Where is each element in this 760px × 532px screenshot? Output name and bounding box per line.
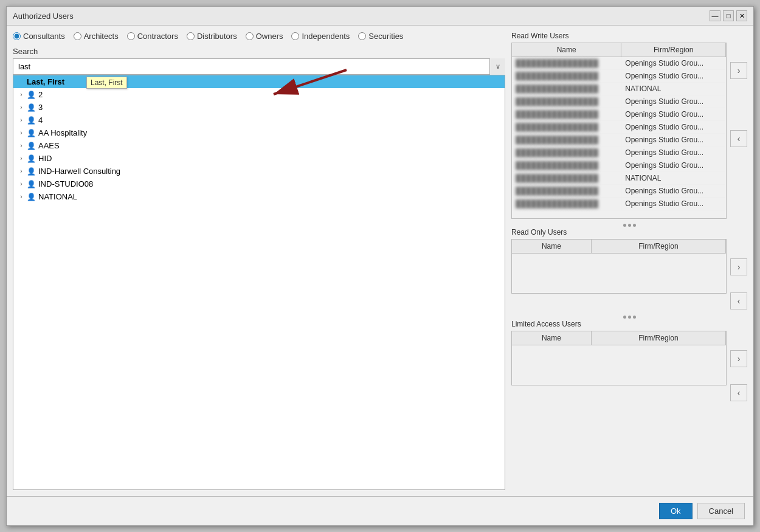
rw-cell-name: ████████████████ — [512, 121, 621, 134]
rw-firm-header: Firm/Region — [621, 43, 726, 57]
rw-cell-name: ████████████████ — [512, 134, 621, 147]
user-icon: 👤 — [27, 103, 36, 112]
limited-access-section: Limited Access Users Name Firm/Region — [511, 320, 747, 402]
expand-icon[interactable]: › — [17, 103, 26, 112]
radio-securities-label: Securities — [368, 32, 403, 41]
expand-icon[interactable]: › — [17, 180, 26, 188]
tree-item-4[interactable]: › 👤 4 — [13, 114, 505, 126]
rw-row[interactable]: ████████████████Openings Studio Grou... — [512, 95, 726, 108]
remove-read-write-button[interactable]: ‹ — [730, 130, 747, 147]
rw-cell-name: ████████████████ — [512, 95, 621, 108]
expand-icon[interactable]: › — [17, 116, 26, 125]
read-write-label: Read Write Users — [511, 32, 747, 40]
rw-row[interactable]: ████████████████Openings Studio Grou... — [512, 198, 726, 210]
search-input[interactable] — [13, 58, 505, 75]
rw-row[interactable]: ████████████████Openings Studio Grou... — [512, 70, 726, 83]
radio-consultants[interactable]: Consultants — [13, 32, 65, 41]
limited-access-table-container[interactable]: Name Firm/Region — [511, 331, 727, 385]
rw-cell-firm: Openings Studio Grou... — [621, 108, 726, 121]
rw-cell-firm: NATIONAL — [621, 172, 726, 185]
remove-read-only-button[interactable]: ‹ — [730, 292, 747, 309]
read-only-table-container[interactable]: Name Firm/Region — [511, 239, 727, 294]
read-only-table: Name Firm/Region — [512, 240, 726, 254]
tree-item-aa-hospitality[interactable]: › 👤 AA Hospitality — [13, 126, 505, 139]
add-read-only-button[interactable]: › — [730, 258, 747, 275]
limited-access-label: Limited Access Users — [511, 320, 747, 328]
tooltip-last-first: Last, First — [86, 77, 127, 89]
expand-icon[interactable]: › — [17, 129, 26, 137]
tree-item-aaes[interactable]: › 👤 AAES — [13, 139, 505, 152]
rw-row[interactable]: ████████████████NATIONAL — [512, 172, 726, 185]
search-dropdown-button[interactable]: ∨ — [489, 58, 505, 75]
tree-item-label: 3 — [38, 103, 43, 112]
rw-row[interactable]: ████████████████Openings Studio Grou... — [512, 57, 726, 70]
rw-row[interactable]: ████████████████Openings Studio Grou... — [512, 147, 726, 159]
user-icon: 👤 — [27, 142, 36, 150]
dialog-footer: Ok Cancel — [7, 496, 753, 525]
radio-contractors[interactable]: Contractors — [127, 32, 178, 41]
tree-item-2[interactable]: › 👤 2 — [13, 88, 505, 101]
rw-row[interactable]: ████████████████NATIONAL — [512, 83, 726, 95]
expand-icon[interactable]: › — [17, 142, 26, 150]
add-read-write-button[interactable]: › — [730, 62, 747, 79]
expand-icon — [17, 78, 26, 86]
title-bar: Authorized Users — □ ✕ — [7, 7, 753, 26]
expand-icon[interactable]: › — [17, 154, 26, 163]
tree-item-national[interactable]: › 👤 NATIONAL — [13, 190, 505, 203]
rw-cell-firm: Openings Studio Grou... — [621, 159, 726, 172]
tree-item-label: HID — [38, 154, 52, 163]
tree-list[interactable]: Last, First Last, First › 👤 2 › 👤 3 — [13, 75, 505, 490]
tree-item-label: 4 — [38, 116, 43, 125]
right-panel: Read Write Users Name Firm/Region — [511, 32, 747, 490]
la-firm-header: Firm/Region — [591, 331, 725, 345]
rw-row[interactable]: ████████████████Openings Studio Grou... — [512, 121, 726, 134]
user-icon: 👤 — [27, 193, 36, 201]
radio-independents[interactable]: Independents — [291, 32, 350, 41]
dot-5 — [628, 316, 631, 319]
radio-contractors-label: Contractors — [137, 32, 178, 41]
rw-row[interactable]: ████████████████Openings Studio Grou... — [512, 185, 726, 198]
radio-distributors-label: Distributors — [197, 32, 237, 41]
rw-row[interactable]: ████████████████Openings Studio Grou... — [512, 159, 726, 172]
add-limited-access-button[interactable]: › — [730, 350, 747, 367]
radio-owners[interactable]: Owners — [246, 32, 283, 41]
radio-distributors[interactable]: Distributors — [187, 32, 237, 41]
radio-architects[interactable]: Architects — [74, 32, 119, 41]
expand-icon[interactable]: › — [17, 167, 26, 176]
expand-icon[interactable]: › — [17, 91, 26, 99]
tree-item-label: AAES — [38, 141, 60, 150]
close-button[interactable]: ✕ — [736, 10, 747, 21]
rw-cell-name: ████████████████ — [512, 159, 621, 172]
tree-item-3[interactable]: › 👤 3 — [13, 101, 505, 114]
read-write-section: Read Write Users Name Firm/Region — [511, 32, 747, 219]
tree-item-label: IND-STUDIO08 — [38, 179, 93, 188]
tree-item-last-first[interactable]: Last, First Last, First — [13, 75, 505, 88]
minimize-button[interactable]: — — [710, 10, 720, 21]
remove-limited-access-button[interactable]: ‹ — [730, 384, 747, 401]
user-icon: 👤 — [27, 91, 36, 99]
expand-icon[interactable]: › — [17, 193, 26, 201]
maximize-button[interactable]: □ — [723, 10, 734, 21]
read-write-table-container[interactable]: Name Firm/Region ████████████████Opening… — [511, 43, 727, 219]
la-name-header: Name — [512, 331, 591, 345]
rw-cell-name: ████████████████ — [512, 147, 621, 159]
ro-name-header: Name — [512, 240, 591, 254]
cancel-button[interactable]: Cancel — [697, 503, 745, 519]
rw-row[interactable]: ████████████████Openings Studio Grou... — [512, 108, 726, 121]
tree-item-hid[interactable]: › 👤 HID — [13, 152, 505, 165]
limited-access-table: Name Firm/Region — [512, 331, 726, 345]
radio-consultants-label: Consultants — [23, 32, 65, 41]
user-icon: 👤 — [27, 129, 36, 137]
tree-item-ind-harwell[interactable]: › 👤 IND-Harwell Consulting — [13, 165, 505, 178]
rw-cell-name: ████████████████ — [512, 70, 621, 83]
radio-owners-label: Owners — [256, 32, 283, 41]
rw-cell-firm: Openings Studio Grou... — [621, 147, 726, 159]
user-icon: 👤 — [27, 116, 36, 125]
user-icon: 👤 — [27, 167, 36, 176]
rw-row[interactable]: ████████████████Openings Studio Grou... — [512, 134, 726, 147]
radio-securities[interactable]: Securities — [358, 32, 403, 41]
chevron-down-icon: ∨ — [496, 63, 500, 71]
tree-item-ind-studio08[interactable]: › 👤 IND-STUDIO08 — [13, 178, 505, 190]
ok-button[interactable]: Ok — [659, 503, 693, 519]
read-write-table: Name Firm/Region ████████████████Opening… — [512, 43, 726, 210]
